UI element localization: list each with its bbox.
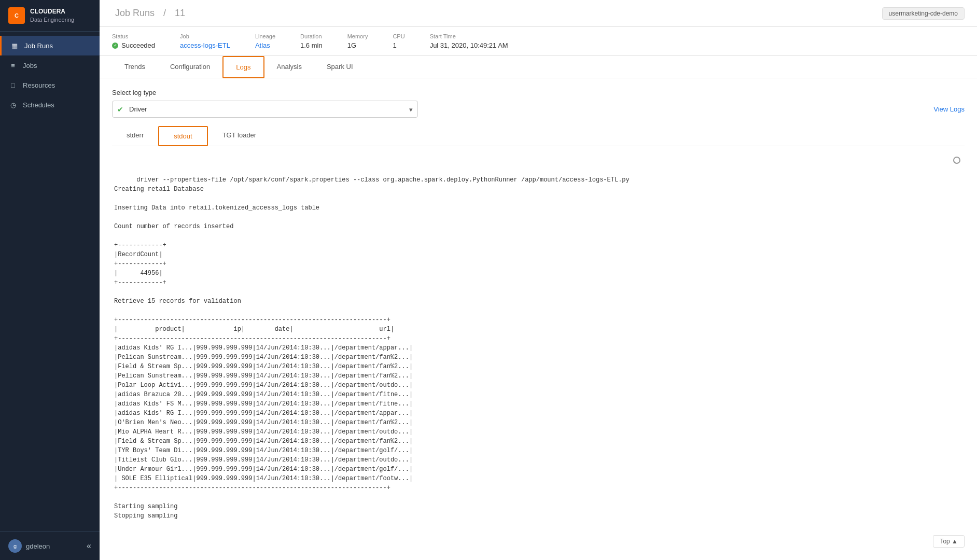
content-area: Select log type ✔ Driver ▾ View Logs std… (100, 78, 977, 560)
job-info: Job access-logs-ETL (180, 33, 230, 49)
memory-label: Memory (347, 33, 368, 39)
sidebar-username: gdeleon (26, 542, 50, 550)
tab-spark-ui[interactable]: Spark UI (314, 57, 366, 78)
chevron-down-icon: ▾ (409, 105, 413, 113)
main-content: Job Runs / 11 usermarketing-cde-demo Sta… (100, 0, 977, 560)
page-title: Job Runs / 11 (112, 8, 188, 19)
sidebar-item-schedules[interactable]: ◷ Schedules (0, 95, 100, 115)
log-type-section: Select log type ✔ Driver ▾ View Logs (112, 89, 965, 118)
tab-configuration[interactable]: Configuration (158, 57, 222, 78)
memory-info: Memory 1G (347, 33, 368, 49)
schedules-icon: ◷ (8, 100, 18, 109)
lineage-info: Lineage Atlas (255, 33, 275, 49)
log-content: driver --properties-file /opt/spark/conf… (114, 176, 630, 520)
sidebar-user: g gdeleon (8, 539, 50, 553)
sidebar-nav: ▦ Job Runs ≡ Jobs □ Resources ◷ Schedule… (0, 32, 100, 531)
lineage-value[interactable]: Atlas (255, 41, 270, 49)
job-runs-icon: ▦ (10, 41, 19, 50)
tab-logs[interactable]: Logs (222, 56, 264, 78)
status-dot (112, 43, 118, 49)
lineage-label: Lineage (255, 33, 275, 39)
sidebar-item-jobs[interactable]: ≡ Jobs (0, 55, 100, 75)
status-value: Succeeded (121, 41, 155, 49)
header-right: usermarketing-cde-demo (882, 7, 965, 20)
sub-tab-stderr[interactable]: stderr (112, 126, 158, 146)
status-info: Status Succeeded (112, 33, 155, 49)
sidebar-logo-text: CLOUDERA Data Engineering (30, 8, 74, 23)
sidebar-footer: g gdeleon « (0, 531, 100, 560)
scroll-indicator[interactable] (953, 157, 960, 164)
duration-value: 1.6 min (300, 41, 323, 49)
job-value[interactable]: access-logs-ETL (180, 41, 230, 49)
log-type-select-wrap: ✔ Driver ▾ (112, 101, 418, 118)
view-logs-link[interactable]: View Logs (933, 105, 965, 113)
instance-badge: usermarketing-cde-demo (882, 7, 965, 20)
tab-analysis[interactable]: Analysis (264, 57, 314, 78)
log-type-row: ✔ Driver ▾ View Logs (112, 101, 965, 118)
sidebar-item-label: Resources (23, 81, 55, 89)
tabs-bar: TrendsConfigurationLogsAnalysisSpark UI (100, 56, 977, 78)
start-time-label: Start Time (430, 33, 508, 39)
sidebar-item-label: Schedules (23, 101, 54, 109)
cpu-info: CPU 1 (393, 33, 404, 49)
memory-value: 1G (347, 41, 356, 49)
info-bar: Status Succeeded Job access-logs-ETL Lin… (100, 27, 977, 56)
jobs-icon: ≡ (8, 61, 18, 70)
start-time-info: Start Time Jul 31, 2020, 10:49:21 AM (430, 33, 508, 49)
status-label: Status (112, 33, 155, 39)
main-header: Job Runs / 11 usermarketing-cde-demo (100, 0, 977, 27)
duration-info: Duration 1.6 min (300, 33, 323, 49)
sidebar: C CLOUDERA Data Engineering ▦ Job Runs ≡… (0, 0, 100, 560)
log-output: driver --properties-file /opt/spark/conf… (112, 152, 965, 534)
sub-tab-stdout[interactable]: stdout (158, 126, 207, 146)
sidebar-item-label: Job Runs (24, 42, 53, 50)
top-button[interactable]: Top ▲ (933, 535, 965, 548)
sidebar-item-job-runs[interactable]: ▦ Job Runs (0, 36, 100, 55)
cpu-label: CPU (393, 33, 404, 39)
sidebar-collapse-button[interactable]: « (87, 541, 91, 551)
log-type-select[interactable]: Driver (112, 101, 418, 118)
duration-label: Duration (300, 33, 323, 39)
log-type-label: Select log type (112, 89, 965, 96)
resources-icon: □ (8, 80, 18, 90)
avatar: g (8, 539, 22, 553)
job-label: Job (180, 33, 230, 39)
select-check-icon: ✔ (117, 105, 123, 114)
sidebar-logo: C CLOUDERA Data Engineering (0, 0, 100, 32)
tab-trends[interactable]: Trends (112, 57, 158, 78)
cpu-value: 1 (393, 41, 396, 49)
sub-tab-tgt-loader[interactable]: TGT loader (208, 126, 271, 146)
cloudera-logo-icon: C (8, 7, 25, 24)
sidebar-item-resources[interactable]: □ Resources (0, 75, 100, 95)
start-time-value: Jul 31, 2020, 10:49:21 AM (430, 41, 508, 49)
sidebar-item-label: Jobs (23, 62, 37, 69)
sub-tabs: stderrstdoutTGT loader (112, 126, 965, 146)
